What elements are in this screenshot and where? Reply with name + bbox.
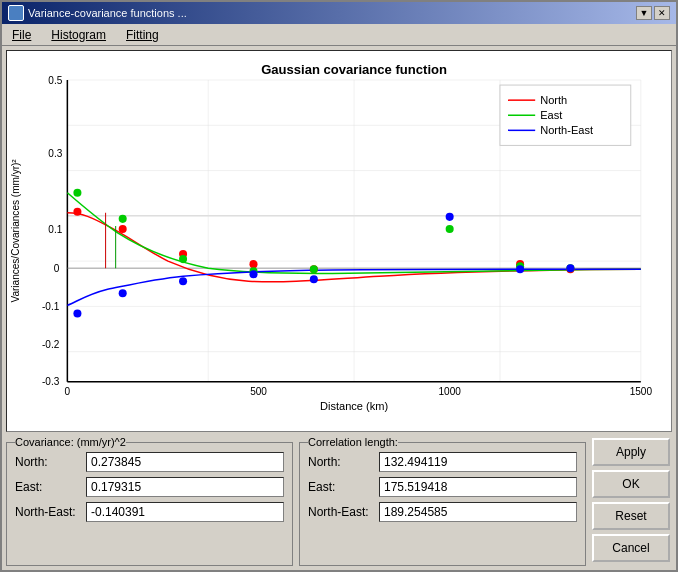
svg-text:0.3: 0.3 bbox=[48, 148, 62, 159]
data-dot-ne bbox=[516, 265, 524, 273]
svg-text:500: 500 bbox=[250, 386, 267, 397]
data-dot-ne bbox=[73, 309, 81, 317]
data-dot-east bbox=[310, 265, 318, 273]
svg-text:0.1: 0.1 bbox=[48, 224, 62, 235]
data-dot-ne bbox=[310, 275, 318, 283]
svg-text:-0.2: -0.2 bbox=[42, 339, 60, 350]
legend-ne-label: North-East bbox=[540, 124, 593, 136]
correlation-east-row: East: bbox=[308, 477, 577, 497]
data-dot-north bbox=[73, 208, 81, 216]
chart-title: Gaussian covariance function bbox=[261, 62, 447, 77]
titlebar: Variance-covariance functions ... ▼ ✕ bbox=[2, 2, 676, 24]
correlation-north-label: North: bbox=[308, 455, 373, 469]
data-dot-east bbox=[119, 215, 127, 223]
data-dot-ne bbox=[566, 264, 574, 272]
covariance-north-row: North: bbox=[15, 452, 284, 472]
data-dot-ne bbox=[119, 289, 127, 297]
bottom-panel: Covariance: (mm/yr)^2 North: East: North… bbox=[6, 436, 672, 566]
correlation-ne-row: North-East: bbox=[308, 502, 577, 522]
reset-button[interactable]: Reset bbox=[592, 502, 670, 530]
svg-text:0: 0 bbox=[54, 263, 60, 274]
covariance-ne-row: North-East: bbox=[15, 502, 284, 522]
menu-file[interactable]: File bbox=[6, 26, 37, 44]
data-dot-north bbox=[119, 225, 127, 233]
covariance-north-label: North: bbox=[15, 455, 80, 469]
close-button[interactable]: ✕ bbox=[654, 6, 670, 20]
window-title: Variance-covariance functions ... bbox=[28, 7, 187, 19]
svg-text:0: 0 bbox=[65, 386, 71, 397]
svg-text:-0.1: -0.1 bbox=[42, 301, 60, 312]
menu-histogram[interactable]: Histogram bbox=[45, 26, 112, 44]
data-dot-ne bbox=[249, 270, 257, 278]
correlation-north-row: North: bbox=[308, 452, 577, 472]
covariance-east-row: East: bbox=[15, 477, 284, 497]
main-window: Variance-covariance functions ... ▼ ✕ Fi… bbox=[0, 0, 678, 572]
covariance-title: Covariance: (mm/yr)^2 bbox=[15, 436, 126, 448]
buttons-panel: Apply OK Reset Cancel bbox=[592, 436, 672, 566]
covariance-ne-label: North-East: bbox=[15, 505, 80, 519]
correlation-ne-label: North-East: bbox=[308, 505, 373, 519]
chart-area: 0.5 0.3 0.1 0 -0.1 -0.2 -0.3 0 500 1000 … bbox=[6, 50, 672, 432]
data-dot-north bbox=[249, 260, 257, 268]
window-controls: ▼ ✕ bbox=[636, 6, 670, 20]
covariance-ne-input[interactable] bbox=[86, 502, 284, 522]
ok-button[interactable]: OK bbox=[592, 470, 670, 498]
apply-button[interactable]: Apply bbox=[592, 438, 670, 466]
minimize-button[interactable]: ▼ bbox=[636, 6, 652, 20]
legend-north-label: North bbox=[540, 94, 567, 106]
chart-svg: 0.5 0.3 0.1 0 -0.1 -0.2 -0.3 0 500 1000 … bbox=[7, 51, 671, 431]
menu-fitting[interactable]: Fitting bbox=[120, 26, 165, 44]
covariance-box: Covariance: (mm/yr)^2 North: East: North… bbox=[6, 436, 293, 566]
legend-east-label: East bbox=[540, 109, 562, 121]
svg-text:Variances/Covariances (mm/yr)²: Variances/Covariances (mm/yr)² bbox=[10, 159, 21, 303]
data-dot-east bbox=[446, 225, 454, 233]
covariance-east-label: East: bbox=[15, 480, 80, 494]
cancel-button[interactable]: Cancel bbox=[592, 534, 670, 562]
svg-text:1500: 1500 bbox=[630, 386, 653, 397]
data-dot-ne bbox=[179, 277, 187, 285]
svg-text:Distance (km): Distance (km) bbox=[320, 400, 388, 412]
covariance-north-input[interactable] bbox=[86, 452, 284, 472]
menubar: File Histogram Fitting bbox=[2, 24, 676, 46]
correlation-east-label: East: bbox=[308, 480, 373, 494]
svg-text:1000: 1000 bbox=[438, 386, 461, 397]
correlation-east-input[interactable] bbox=[379, 477, 577, 497]
correlation-box: Correlation length: North: East: North-E… bbox=[299, 436, 586, 566]
data-dot-east bbox=[73, 189, 81, 197]
data-dot-ne bbox=[446, 213, 454, 221]
content-area: 0.5 0.3 0.1 0 -0.1 -0.2 -0.3 0 500 1000 … bbox=[2, 46, 676, 570]
app-icon bbox=[8, 5, 24, 21]
svg-text:-0.3: -0.3 bbox=[42, 376, 60, 387]
covariance-east-input[interactable] bbox=[86, 477, 284, 497]
correlation-ne-input[interactable] bbox=[379, 502, 577, 522]
correlation-north-input[interactable] bbox=[379, 452, 577, 472]
correlation-title: Correlation length: bbox=[308, 436, 398, 448]
svg-text:0.5: 0.5 bbox=[48, 75, 62, 86]
data-dot-east bbox=[179, 255, 187, 263]
